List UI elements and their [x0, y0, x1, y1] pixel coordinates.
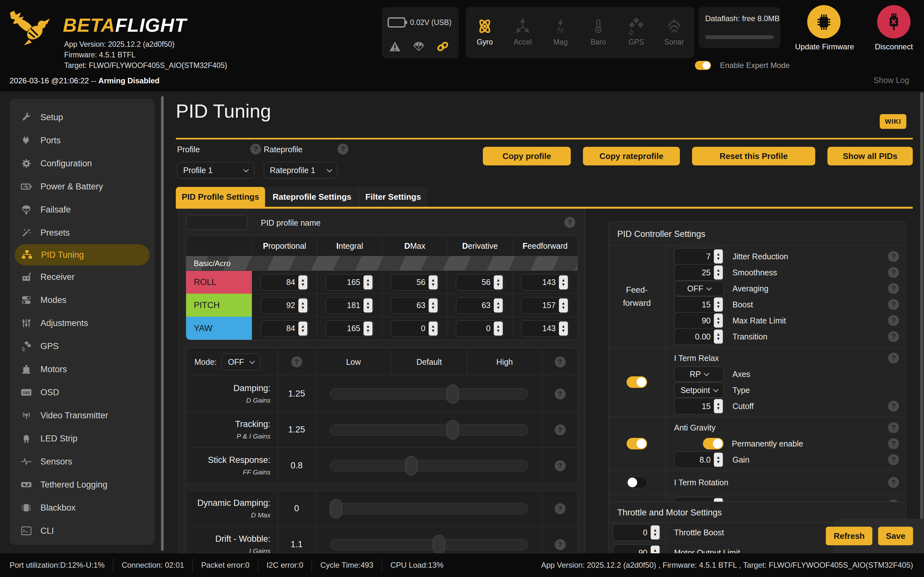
yaw-i-input[interactable]: 165▲▼	[326, 320, 374, 337]
rateprofile-help-icon[interactable]: ?	[338, 143, 349, 155]
stepper[interactable]: ▲▼	[298, 276, 307, 290]
stepper[interactable]: ▲▼	[714, 399, 723, 413]
sidebar-item-failsafe[interactable]: Failsafe	[10, 198, 155, 221]
stick-response-slider[interactable]	[330, 460, 528, 472]
stepper[interactable]: ▲▼	[714, 266, 723, 279]
stepper[interactable]: ▲▼	[363, 322, 373, 335]
sidebar-item-motors[interactable]: Motors	[10, 358, 155, 381]
roll-i-input[interactable]: 165▲▼	[326, 274, 374, 291]
dynamic-damping-slider-thumb[interactable]	[330, 499, 342, 518]
pitch-ff-input[interactable]: 157▲▼	[521, 297, 569, 314]
content-scrollbar[interactable]	[161, 96, 164, 551]
transition-help-icon[interactable]: ?	[888, 331, 899, 342]
window-scrollbar[interactable]	[920, 92, 923, 553]
stepper[interactable]: ▲▼	[714, 298, 723, 311]
sidebar-item-receiver[interactable]: Receiver	[10, 266, 155, 288]
stepper[interactable]: ▲▼	[494, 276, 503, 290]
sidebar-item-presets[interactable]: Presets	[10, 221, 155, 244]
boost-input[interactable]: 15▲▼	[674, 296, 724, 313]
stepper[interactable]: ▲▼	[651, 525, 660, 540]
stepper[interactable]: ▲▼	[298, 298, 307, 313]
roll-ff-input[interactable]: 143▲▼	[521, 274, 569, 291]
damping-slider-thumb[interactable]	[447, 384, 459, 404]
sidebar-item-modes[interactable]: Modes	[10, 288, 155, 311]
anti-gravity-gain-input[interactable]: 8.0▲▼	[674, 451, 724, 468]
iterm-relax-cutoff-input[interactable]: 15▲▼	[674, 398, 724, 414]
sidebar-item-tethered-logging[interactable]: Tethered Logging	[10, 473, 155, 496]
transition-input[interactable]: 0.00▲▼	[674, 328, 724, 345]
tracking-slider[interactable]	[330, 424, 528, 436]
rateprofile-select[interactable]: Rateprofile 1	[264, 162, 338, 179]
pitch-d-input[interactable]: 63▲▼	[456, 297, 504, 314]
expert-mode-toggle[interactable]	[695, 61, 711, 70]
profile-help-icon[interactable]: ?	[250, 143, 261, 155]
stepper[interactable]: ▲▼	[651, 546, 660, 553]
iterm-relax-help-icon[interactable]: ?	[888, 353, 899, 364]
stepper[interactable]: ▲▼	[429, 322, 438, 335]
stepper[interactable]: ▲▼	[714, 330, 723, 343]
sidebar-item-gps[interactable]: GPS	[10, 335, 155, 358]
averaging-select[interactable]: OFF	[674, 281, 724, 296]
pitch-i-input[interactable]: 181▲▼	[326, 297, 374, 314]
pitch-dmax-input[interactable]: 63▲▼	[391, 297, 439, 314]
stepper[interactable]: ▲▼	[559, 276, 568, 290]
anti-gravity-help-icon[interactable]: ?	[888, 422, 899, 433]
update-firmware-button[interactable]: Update Firmware	[795, 5, 853, 51]
max-rate-limit-help-icon[interactable]: ?	[888, 315, 899, 326]
roll-p-input[interactable]: 84▲▼	[260, 274, 309, 291]
sidebar-item-osd[interactable]: OSDOSD	[10, 381, 155, 404]
copy-rateprofile-button[interactable]: Copy rateprofile	[583, 147, 680, 165]
copy-profile-button[interactable]: Copy profile	[483, 147, 571, 165]
sidebar-item-video-transmitter[interactable]: Video Transmitter	[10, 404, 155, 427]
tracking-help-icon[interactable]: ?	[555, 424, 565, 435]
stepper[interactable]: ▲▼	[559, 298, 568, 313]
sidebar-item-ports[interactable]: Ports	[10, 129, 155, 152]
max-rate-limit-input[interactable]: 90▲▼	[674, 312, 724, 329]
sidebar-item-configuration[interactable]: Configuration	[10, 152, 155, 175]
jitter-reduction-input[interactable]: 7▲▼	[674, 248, 724, 265]
stepper[interactable]: ▲▼	[429, 298, 438, 313]
save-button[interactable]: Save	[878, 527, 913, 545]
disconnect-button[interactable]: Disconnect	[868, 5, 919, 51]
iterm-relax-toggle[interactable]	[627, 376, 647, 388]
stepper[interactable]: ▲▼	[714, 250, 723, 263]
sidebar-item-adjustments[interactable]: Adjustments	[10, 311, 155, 335]
yaw-p-input[interactable]: 84▲▼	[260, 320, 309, 337]
iterm-relax-axes-select[interactable]: RP	[674, 366, 724, 382]
stepper[interactable]: ▲▼	[494, 298, 503, 313]
smoothness-help-icon[interactable]: ?	[888, 267, 899, 278]
stepper[interactable]: ▲▼	[559, 322, 568, 335]
show-log-button[interactable]: Show Log	[874, 76, 909, 85]
sidebar-item-cli[interactable]: CLI	[10, 519, 155, 542]
anti-gravity-gain-help-icon[interactable]: ?	[888, 454, 899, 465]
cutoff-help-icon[interactable]: ?	[888, 401, 899, 412]
stick-response-slider-thumb[interactable]	[405, 456, 417, 475]
permanently-enable-help-icon[interactable]: ?	[888, 438, 899, 449]
stepper[interactable]: ▲▼	[363, 298, 373, 313]
stick-response-help-icon[interactable]: ?	[555, 460, 565, 471]
stepper[interactable]: ▲▼	[714, 314, 723, 327]
pid-profile-name-help-icon[interactable]: ?	[564, 217, 575, 228]
sidebar-item-power-battery[interactable]: Power & Battery	[10, 175, 155, 198]
show-all-pids-button[interactable]: Show all PIDs	[827, 147, 913, 165]
tracking-slider-thumb[interactable]	[447, 420, 459, 440]
pitch-p-input[interactable]: 92▲▼	[260, 297, 309, 314]
sidebar-item-pid-tuning[interactable]: PID Tuning	[15, 244, 150, 266]
refresh-button[interactable]: Refresh	[826, 527, 872, 545]
slider-mode-select[interactable]: OFF	[222, 354, 260, 370]
drift-wobble-slider-thumb[interactable]	[433, 535, 445, 553]
tab-pid-profile-settings[interactable]: PID Profile Settings	[176, 187, 265, 207]
yaw-d-input[interactable]: 0▲▼	[456, 320, 504, 337]
anti-gravity-toggle[interactable]	[627, 438, 647, 450]
pid-profile-name-input[interactable]	[186, 215, 247, 230]
dynamic-damping-slider[interactable]	[330, 503, 528, 514]
throttle-boost-input[interactable]: 0▲▼	[613, 524, 661, 541]
sidebar-item-led-strip[interactable]: LED Strip	[10, 427, 155, 450]
profile-select[interactable]: Profile 1	[177, 162, 254, 179]
slider-headers-help-icon[interactable]: ?	[555, 356, 565, 367]
smoothness-input[interactable]: 25▲▼	[674, 264, 724, 281]
iterm-rotation-help-icon[interactable]: ?	[888, 477, 899, 488]
boost-help-icon[interactable]: ?	[888, 299, 899, 310]
roll-dmax-input[interactable]: 56▲▼	[391, 274, 439, 291]
yaw-ff-input[interactable]: 143▲▼	[521, 320, 569, 337]
